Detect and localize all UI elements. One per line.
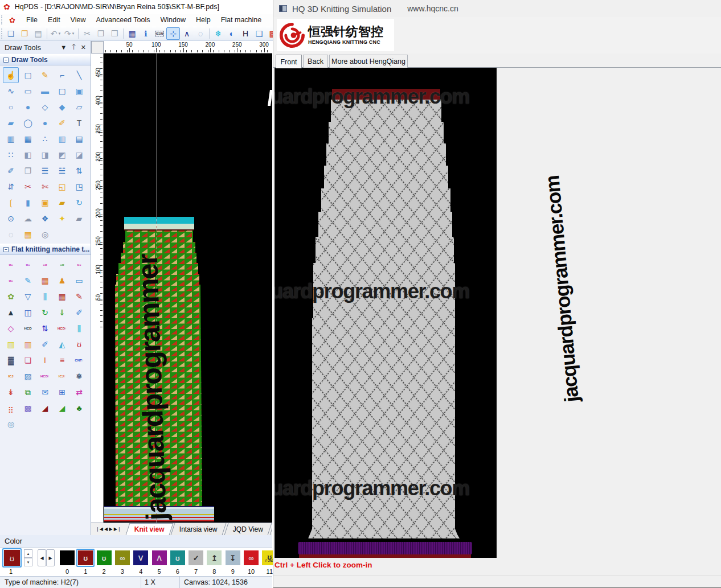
tool-eraser[interactable]: ▰: [71, 211, 87, 227]
tab-nav-arrows[interactable]: ❘◀ ◀ ▶ ▶❘: [91, 523, 126, 535]
sim-tab-back[interactable]: Back: [303, 55, 328, 68]
tool-target[interactable]: ◎: [37, 227, 53, 242]
layers-icon[interactable]: ❑: [252, 27, 266, 40]
tool-loop-red[interactable]: ʊ: [71, 336, 87, 352]
swatch-3[interactable]: ∞: [115, 550, 130, 565]
tool-rounded-rect-filled[interactable]: ▣: [71, 83, 87, 99]
tool-step-green[interactable]: ◢: [54, 400, 70, 416]
tool-dots-orange[interactable]: ⣶: [3, 400, 19, 416]
tool-window-plus[interactable]: ⊞: [54, 384, 70, 400]
redo-icon[interactable]: ↷▼: [63, 27, 76, 40]
swatch-8[interactable]: ↥: [207, 550, 222, 565]
tool-ellipse[interactable]: ○: [3, 99, 19, 115]
color-next-button[interactable]: ▶: [46, 549, 55, 566]
save-icon[interactable]: ▤: [31, 27, 45, 40]
tool-pattern-grid[interactable]: ▦: [20, 227, 36, 242]
tool-fill-3[interactable]: ◩: [54, 147, 70, 163]
tool-cloud[interactable]: ☁: [20, 211, 36, 227]
tool-knife[interactable]: ✐: [3, 163, 19, 179]
select-marquee-icon[interactable]: ◌: [194, 27, 207, 40]
tool-diamond-filled[interactable]: ◆: [54, 99, 70, 115]
tool-crop-window[interactable]: ❖: [37, 211, 53, 227]
tool-rect[interactable]: ▭: [20, 83, 36, 99]
tool-insert-bars[interactable]: ▥: [3, 131, 19, 147]
tool-yellow-block[interactable]: ▥: [3, 336, 19, 352]
new-icon[interactable]: ❏: [4, 27, 18, 40]
sim-tab-front[interactable]: Front: [276, 55, 302, 68]
copy-icon[interactable]: ❐: [94, 27, 108, 40]
tool-needle-bed[interactable]: ▭: [71, 273, 87, 289]
tool-rect-filled[interactable]: ▬: [37, 83, 53, 99]
grid-icon[interactable]: ▦: [125, 27, 139, 40]
tool-zoom[interactable]: ⊙: [3, 211, 19, 227]
undo-icon[interactable]: ↶▼: [49, 27, 63, 40]
tool-down-x[interactable]: ↡: [3, 384, 19, 400]
tool-dots-purple[interactable]: ▩: [20, 400, 36, 416]
spinner-down-icon[interactable]: ▼: [24, 558, 32, 566]
cut-icon[interactable]: ✂: [80, 27, 94, 40]
panel-pin-icon[interactable]: ⍑: [72, 44, 76, 51]
shield-icon[interactable]: ◐: [225, 27, 239, 40]
tool-double-bars[interactable]: ▥: [54, 131, 70, 147]
tool-rounded-rect[interactable]: ▢: [54, 83, 70, 99]
collapse-icon-2[interactable]: −: [3, 247, 9, 252]
view-tab-intarsia-view[interactable]: Intarsia view: [171, 523, 227, 535]
tool-pages[interactable]: ❐: [20, 163, 36, 179]
tool-pyramid[interactable]: ▲: [3, 305, 19, 320]
tool-transfer-2[interactable]: ʊ»: [20, 257, 36, 273]
tool-fill-2[interactable]: ◨: [37, 147, 53, 163]
panel-close-icon[interactable]: ✕: [81, 44, 86, 51]
tool-octagon-filled[interactable]: ●: [37, 115, 53, 131]
tool-lasso[interactable]: ◌: [3, 227, 19, 242]
tool-stamp[interactable]: ✿: [3, 289, 19, 305]
tool-diamond[interactable]: ◇: [37, 99, 53, 115]
view-tab-knit-view[interactable]: Knit view: [125, 523, 173, 535]
tool-transfer-4[interactable]: »ʊ: [54, 257, 70, 273]
swatch-10[interactable]: ∞: [244, 550, 259, 565]
pattern-canvas[interactable]: jacquardprogrammer: [104, 54, 272, 523]
tool-polygon[interactable]: ▱: [71, 99, 87, 115]
menu-window[interactable]: Window: [155, 15, 190, 25]
tool-diagonal-dots[interactable]: ∴: [37, 131, 53, 147]
tool-pencil[interactable]: ✎: [37, 67, 53, 83]
pen-tool-icon[interactable]: ∧: [180, 27, 194, 40]
menu-file[interactable]: File: [21, 15, 43, 25]
tool-ellipse-filled[interactable]: ●: [20, 99, 36, 115]
tool-gold-bar[interactable]: ▰: [54, 195, 70, 211]
tool-bracket-mid[interactable]: ▮: [20, 195, 36, 211]
draw-tools-group-header[interactable]: − Draw Tools: [0, 54, 91, 65]
open-icon[interactable]: ❐: [18, 27, 31, 40]
tool-select-rect[interactable]: ▢: [20, 67, 36, 83]
center-icon[interactable]: ⊹: [166, 27, 180, 40]
tool-orange-block[interactable]: ▥: [20, 336, 36, 352]
tool-texture[interactable]: ▓: [3, 352, 19, 368]
menu-edit[interactable]: Edit: [43, 15, 65, 25]
tool-door[interactable]: ◫: [20, 305, 36, 320]
tool-list[interactable]: ≡: [54, 352, 70, 368]
swatch-7[interactable]: ✓: [189, 550, 203, 565]
tool-updown[interactable]: ⇅: [37, 320, 53, 336]
info-icon[interactable]: ℹ: [139, 27, 153, 40]
tool-icj[interactable]: ICJ: [3, 368, 19, 384]
tool-mountains[interactable]: ◭: [54, 336, 70, 352]
tool-download[interactable]: ⇓: [54, 305, 70, 320]
tool-links[interactable]: ♟: [54, 273, 70, 289]
swatch-5[interactable]: Λ: [152, 550, 167, 565]
tool-polyline[interactable]: ⌐: [54, 67, 70, 83]
tool-fill-1[interactable]: ◧: [20, 147, 36, 163]
swatch-0[interactable]: [60, 550, 75, 565]
swatch-6[interactable]: ʊ: [170, 550, 185, 565]
tool-bracket-both[interactable]: ▣: [37, 195, 53, 211]
tool-blue-block[interactable]: ▨: [20, 368, 36, 384]
tool-redo-green[interactable]: ↻: [37, 305, 53, 320]
menu-flat-machine[interactable]: Flat machine: [216, 15, 267, 25]
paste-icon[interactable]: ❒: [108, 27, 121, 40]
tool-hcd-up[interactable]: HCD↑: [54, 320, 70, 336]
tool-line[interactable]: ╲: [71, 67, 87, 83]
tool-cnt-up[interactable]: CNT↑: [71, 352, 87, 368]
tool-curve[interactable]: ∿: [3, 83, 19, 99]
tool-col-delete[interactable]: ✄: [37, 179, 53, 195]
color-prev-button[interactable]: ◀: [38, 549, 46, 566]
tool-edit-pencil[interactable]: ✎: [20, 273, 36, 289]
tool-gear[interactable]: ◎: [3, 416, 19, 432]
